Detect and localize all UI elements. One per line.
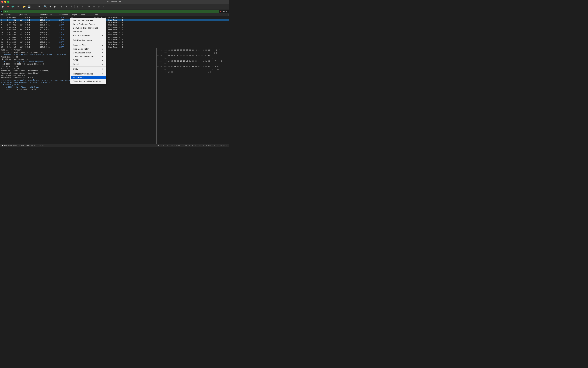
bytes-rows: 0000 02 00 00 00 45 00 00 3f 00 00 40 00… bbox=[157, 49, 228, 74]
close-button[interactable] bbox=[1, 1, 3, 3]
cm-ignore-unignore[interactable]: Ignore/Unignore Packet bbox=[70, 22, 106, 26]
table-row[interactable]: 23 5.021246 127.0.0.1 127.0.0.1 ZMTP 67 … bbox=[0, 43, 229, 46]
table-row[interactable]: 11 2.008949 127.0.0.1 127.0.0.1 ZMTP 67 … bbox=[0, 28, 229, 31]
cell-info: Empty; Data; Data Frames: 2 bbox=[93, 19, 229, 21]
filter-clear-button[interactable]: ✕ bbox=[219, 10, 222, 13]
table-row[interactable]: 19 4.019505 127.0.0.1 127.0.0.1 ZMTP 67 … bbox=[0, 38, 229, 41]
reload-button[interactable]: ↻ bbox=[37, 4, 41, 9]
cm-apply-as-filter[interactable]: Apply as Filter ▶ bbox=[70, 43, 106, 47]
table-row[interactable]: 5 1.003974 127.0.0.1 127.0.0.1 ZMTP 65 E… bbox=[0, 21, 229, 24]
capture-options-button[interactable]: ⚙ bbox=[16, 4, 20, 9]
cell-info: Empty; Data; Data Frames: 2 bbox=[93, 44, 229, 46]
jump-button[interactable]: ⊕ bbox=[59, 4, 63, 9]
statusbar: 📋 Has More (zmtp.frame.flags.more), 1 by… bbox=[0, 144, 229, 147]
col-header-time: Time bbox=[7, 14, 20, 16]
cm-packet-comments[interactable]: Packet Comments ▶ bbox=[70, 34, 106, 37]
next-packet-button[interactable]: ▶ bbox=[53, 4, 57, 9]
minimize-button[interactable] bbox=[4, 1, 6, 3]
start-capture-button[interactable]: ▶ bbox=[1, 4, 5, 9]
autoscroll-button[interactable]: ⊡ bbox=[75, 4, 80, 9]
filter-apply-button[interactable]: ▶ bbox=[223, 10, 225, 12]
table-row[interactable]: 1 0.000000 127.0.0.1 127.0.0.1 ZMTP 65 E… bbox=[0, 16, 229, 19]
table-row[interactable]: 21 5.021000 127.0.0.1 127.0.0.1 ZMTP 65 … bbox=[0, 41, 229, 43]
window-title: Loopback: lo0 bbox=[107, 1, 121, 3]
cell-src: 127.0.0.1 bbox=[20, 41, 39, 43]
cm-time-shift[interactable]: Time Shift... bbox=[70, 30, 106, 34]
cell-dst: 127.0.0.1 bbox=[39, 44, 59, 46]
cell-info: Empty; Data; Data Frames: 2 bbox=[93, 46, 229, 48]
close-file-button[interactable]: ✕ bbox=[32, 4, 36, 9]
zoom-out-button[interactable]: ⊖ bbox=[92, 4, 96, 9]
detail-line[interactable]: ▼ 0000 0001 = Flags: 0x01 (More) bbox=[1, 86, 156, 88]
table-row[interactable]: 9 2.008324 127.0.0.1 127.0.0.1 ZMTP 65 E… bbox=[0, 26, 229, 28]
cell-time: 2.008324 bbox=[7, 27, 20, 28]
bytes-addr: 0000 bbox=[157, 49, 163, 55]
zoom-in-button[interactable]: ⊕ bbox=[87, 4, 91, 9]
cm-follow[interactable]: Follow ▶ bbox=[70, 62, 106, 66]
col-header-no: No. bbox=[0, 14, 7, 16]
restart-capture-button[interactable]: ◀▶ bbox=[11, 4, 15, 9]
toolbar: ▶ ■ ◀▶ ⚙ 📂 💾 ✕ ↻ 🔍 ◀ ▶ ⊕ ⬆ ⬇ ⊡ ≡ ⊕ ⊖ ⊙ ↔ bbox=[0, 4, 229, 9]
cell-src: 127.0.0.1 bbox=[20, 27, 39, 28]
cm-show-packet-new-window[interactable]: Show Packet in New Window bbox=[70, 79, 106, 83]
save-file-button[interactable]: 💾 bbox=[27, 4, 31, 9]
cell-src: 127.0.0.1 bbox=[20, 22, 39, 24]
cm-colorize-conversation[interactable]: Colorize Conversation ▶ bbox=[70, 55, 106, 58]
toolbar-sep-3 bbox=[58, 5, 58, 8]
bytes-ascii: ···d·M?·····Hell bbox=[212, 65, 228, 71]
table-row[interactable]: 25 6.024415 127.0.0.1 127.0.0.1 ZMTP 65 … bbox=[0, 46, 229, 48]
bytes-addr: 0010 bbox=[157, 55, 163, 60]
go-first-button[interactable]: ⬆ bbox=[64, 4, 68, 9]
table-row[interactable]: 15 3.013702 127.0.0.1 127.0.0.1 ZMTP 67 … bbox=[0, 34, 229, 36]
cm-prepare-as-filter[interactable]: Prepare as Filter ▶ bbox=[70, 47, 106, 51]
cell-dst: 127.0.0.1 bbox=[39, 27, 59, 28]
open-file-button[interactable]: 📂 bbox=[22, 4, 26, 9]
cell-dst: 127.0.0.1 bbox=[39, 24, 59, 26]
cm-decode-as[interactable]: Decode As... bbox=[71, 76, 106, 79]
cm-set-unset-time[interactable]: Set/Unset Time Reference bbox=[70, 26, 106, 30]
cell-no: 23 bbox=[0, 44, 7, 46]
find-packet-button[interactable]: 🔍 bbox=[43, 4, 47, 9]
cell-no: 19 bbox=[0, 39, 7, 41]
cm-edit-resolved-name[interactable]: Edit Resolved Name bbox=[70, 38, 106, 42]
cell-time: 4.019505 bbox=[7, 39, 20, 41]
cell-src: 127.0.0.1 bbox=[20, 34, 39, 36]
col-header-host: Host bbox=[80, 14, 93, 16]
filter-input[interactable]: zmtp bbox=[3, 10, 218, 13]
detail-line[interactable]: .... ...1 = Has More: Yes (1) bbox=[1, 88, 156, 91]
bytes-hex: 7f 00 00 01 7f 00 00 01 d4 aa 15 b3 c1 2… bbox=[164, 55, 211, 60]
cm-protocol-preferences[interactable]: Protocol Preferences ▶ bbox=[70, 72, 106, 76]
cell-no: 15 bbox=[0, 34, 7, 36]
cm-conversation-filter[interactable]: Conversation Filter ▶ bbox=[70, 51, 106, 55]
table-row[interactable]: 13 3.012753 127.0.0.1 127.0.0.1 ZMTP 65 … bbox=[0, 31, 229, 34]
packet-list-button[interactable]: ≡ bbox=[80, 4, 85, 9]
resize-columns-button[interactable]: ↔ bbox=[101, 4, 106, 9]
table-row[interactable]: 3 0.000681 127.0.0.1 127.0.0.1 ZMTP 67 E… bbox=[0, 19, 229, 21]
stop-capture-button[interactable]: ■ bbox=[6, 4, 10, 9]
cell-time: 1.004781 bbox=[7, 24, 20, 26]
table-row[interactable]: 7 1.004781 127.0.0.1 127.0.0.1 ZMTP 67 E… bbox=[0, 24, 229, 26]
zoom-reset-button[interactable]: ⊙ bbox=[97, 4, 101, 9]
bytes-addr: 0020 bbox=[157, 60, 163, 65]
cell-no: 3 bbox=[0, 19, 7, 21]
prev-packet-button[interactable]: ◀ bbox=[48, 4, 52, 9]
cm-mark-unmark[interactable]: Mark/Unmark Packet bbox=[70, 18, 106, 22]
cm-sctp[interactable]: SCTP ▶ bbox=[70, 58, 106, 62]
go-last-button[interactable]: ⬇ bbox=[69, 4, 73, 9]
cm-sctp-arrow: ▶ bbox=[102, 59, 103, 61]
maximize-button[interactable] bbox=[7, 1, 9, 3]
toolbar-sep-4 bbox=[74, 5, 74, 8]
cm-prepare-filter-arrow: ▶ bbox=[102, 48, 103, 50]
bytes-ascii: o 3 bbox=[208, 71, 211, 74]
cell-proto: ZMTP bbox=[59, 27, 70, 28]
cm-copy[interactable]: Copy ▶ bbox=[70, 67, 106, 71]
status-right: Packets: 162 · Displayed: 15 (9.3%) · Dr… bbox=[157, 145, 227, 147]
bytes-row: 0010 7f 00 00 01 7f 00 00 01 d4 aa 15 b3… bbox=[157, 55, 228, 60]
cell-src: 127.0.0.1 bbox=[20, 44, 39, 46]
filter-bookmark-button[interactable]: + bbox=[226, 10, 228, 12]
bytes-ascii: ···V·····3······ bbox=[211, 60, 228, 65]
bytes-row: 0000 02 00 00 00 45 00 00 3f 00 00 40 00… bbox=[157, 49, 228, 55]
table-row[interactable]: 17 4.018659 127.0.0.1 127.0.0.1 ZMTP 65 … bbox=[0, 36, 229, 38]
bytes-ascii: ·············!·· bbox=[212, 55, 228, 60]
detail-line[interactable]: ▼ Empty [Has More] bbox=[1, 84, 156, 86]
